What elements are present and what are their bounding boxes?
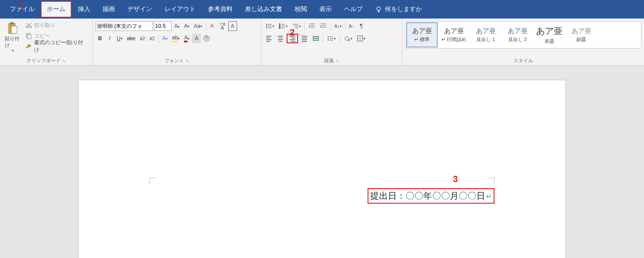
sort-button[interactable]: A↓ — [347, 21, 356, 31]
style-sample: あア亜 — [444, 27, 464, 35]
annotation-2: 2 — [290, 27, 295, 38]
svg-rect-7 — [27, 34, 31, 38]
numbering-icon: 123 — [279, 23, 286, 30]
shading-button[interactable]: ▾ — [341, 34, 354, 43]
format-painter-button[interactable]: 書式のコピー/貼り付け — [23, 42, 90, 51]
paste-label: 貼り付け — [5, 35, 20, 49]
group-paragraph: ▾ 123▾ ▾ A↕▾ A↓ ¶ ▾ ▾ — [261, 19, 402, 65]
dialog-launcher-icon[interactable]: ⤡ — [62, 59, 66, 63]
line-spacing-icon — [327, 35, 334, 42]
numbering-button[interactable]: 123▾ — [277, 21, 289, 31]
tab-view[interactable]: 表示 — [313, 1, 338, 18]
tab-help[interactable]: ヘルプ — [338, 1, 369, 18]
annotation-1: 1 — [19, 0, 23, 10]
highlight-button[interactable]: ab▾ — [170, 34, 181, 43]
tab-insert[interactable]: 挿入 — [72, 1, 96, 18]
style-name: 表題 — [544, 38, 554, 45]
distribute-button[interactable] — [310, 34, 321, 43]
tab-design[interactable]: デザイン — [121, 1, 158, 18]
style-name: 見出し 1 — [476, 36, 495, 43]
char-shading-button[interactable]: A — [192, 34, 201, 43]
font-color-button[interactable]: A▾ — [182, 34, 191, 43]
cut-button[interactable]: 切り取り — [23, 20, 90, 30]
paragraph-group-label: 段落 — [324, 57, 334, 64]
enclose-char-button[interactable]: 字 — [202, 34, 211, 43]
group-styles: あア亜 ↵ 標準 あア亜 ↵ 行間詰め あア亜 見出し 1 あア亜 見出し 2 … — [402, 19, 644, 65]
style-subtitle[interactable]: あア亜 副題 — [566, 23, 597, 47]
borders-icon — [356, 35, 364, 42]
align-left-button[interactable] — [264, 34, 274, 43]
tell-me-label: 何をしますか — [385, 5, 422, 13]
group-font: A▴ A▾ Aa▾ A✦ ア亜A A B I U▾ abc x2 x2 A▾ a… — [93, 19, 261, 65]
style-sample: あア亜 — [508, 27, 528, 35]
underline-button[interactable]: U▾ — [115, 34, 124, 43]
style-heading1[interactable]: あア亜 見出し 1 — [470, 23, 501, 47]
ribbon: 貼り付け ▾ 切り取り コピー 書式のコピー/貼り付け クリップボード⤡ — [0, 19, 644, 65]
ribbon-tab-bar: ファイル ホーム 挿入 描画 デザイン レイアウト 参考資料 差し込み文書 校閲… — [0, 0, 644, 19]
text-direction-button[interactable]: A↕▾ — [333, 21, 343, 31]
paintbrush-icon — [25, 43, 32, 50]
svg-point-8 — [266, 24, 267, 25]
cut-label: 切り取り — [34, 22, 55, 29]
tab-draw[interactable]: 描画 — [96, 1, 121, 18]
decrease-indent-button[interactable] — [307, 21, 317, 31]
bold-button[interactable]: B — [96, 34, 104, 43]
superscript-button[interactable]: x2 — [148, 34, 157, 43]
align-justify-button[interactable] — [299, 34, 310, 43]
tab-references[interactable]: 参考資料 — [202, 1, 239, 18]
style-sample: あア亜 — [476, 27, 496, 35]
svg-point-0 — [377, 7, 380, 11]
styles-group-label: スタイル — [514, 57, 533, 64]
distribute-icon — [312, 35, 319, 42]
strikethrough-button[interactable]: abc — [125, 34, 137, 43]
change-case-button[interactable]: Aa▾ — [192, 21, 204, 31]
line-spacing-button[interactable]: ▾ — [325, 34, 337, 43]
decrease-font-button[interactable]: A▾ — [182, 21, 191, 31]
style-title[interactable]: あア亜 表題 — [534, 23, 565, 47]
indent-icon — [320, 23, 327, 30]
borders-button[interactable]: ▾ — [355, 34, 367, 43]
tell-me-search[interactable]: 何をしますか — [369, 1, 428, 18]
outdent-icon — [308, 23, 315, 30]
character-border-button[interactable]: A — [228, 21, 237, 31]
dialog-launcher-icon[interactable]: ⤡ — [336, 59, 339, 63]
font-size-select[interactable] — [154, 21, 172, 31]
font-family-select[interactable] — [96, 21, 153, 31]
dialog-launcher-icon[interactable]: ⤡ — [186, 59, 189, 63]
format-painter-label: 書式のコピー/貼り付け — [34, 39, 88, 54]
tab-review[interactable]: 校閲 — [288, 1, 313, 18]
scissors-icon — [25, 22, 32, 29]
style-sample: あア亜 — [412, 27, 432, 35]
style-no-spacing[interactable]: あア亜 ↵ 行間詰め — [438, 23, 469, 47]
subscript-button[interactable]: x2 — [138, 34, 147, 43]
document-page[interactable]: 提出日：〇〇年〇〇月〇〇日↵ — [79, 80, 565, 258]
font-group-label: フォント — [165, 57, 184, 64]
paste-button[interactable]: 貼り付け ▾ — [3, 19, 23, 55]
dropdown-icon: ▾ — [12, 49, 14, 53]
tab-mailings[interactable]: 差し込み文書 — [239, 1, 288, 18]
italic-button[interactable]: I — [105, 34, 114, 43]
tab-home[interactable]: ホーム — [41, 1, 72, 18]
paint-bucket-icon — [343, 35, 350, 42]
style-normal[interactable]: あア亜 ↵ 標準 — [406, 23, 437, 47]
copy-label: コピー — [34, 32, 50, 40]
svg-point-10 — [266, 26, 267, 27]
svg-rect-3 — [11, 26, 16, 34]
increase-indent-button[interactable] — [318, 21, 329, 31]
style-name: 見出し 2 — [508, 36, 527, 43]
align-center-button[interactable] — [275, 34, 286, 43]
align-left-icon — [265, 35, 272, 42]
bullets-button[interactable]: ▾ — [264, 21, 276, 31]
group-clipboard: 貼り付け ▾ 切り取り コピー 書式のコピー/貼り付け クリップボード⤡ — [0, 19, 93, 65]
document-text-line[interactable]: 提出日：〇〇年〇〇月〇〇日↵ — [368, 188, 494, 204]
increase-font-button[interactable]: A▴ — [172, 21, 181, 31]
clear-format-button[interactable]: A✦ — [208, 21, 217, 31]
style-heading2[interactable]: あア亜 見出し 2 — [502, 23, 533, 47]
svg-point-51 — [349, 40, 350, 41]
phonetic-guide-button[interactable]: ア亜A — [218, 21, 227, 31]
tab-layout[interactable]: レイアウト — [158, 1, 202, 18]
margin-mark-top-right — [488, 178, 494, 184]
styles-gallery[interactable]: あア亜 ↵ 標準 あア亜 ↵ 行間詰め あア亜 見出し 1 あア亜 見出し 2 … — [405, 21, 641, 49]
text-effects-button[interactable]: A▾ — [161, 34, 169, 43]
show-marks-button[interactable]: ¶ — [357, 21, 366, 31]
